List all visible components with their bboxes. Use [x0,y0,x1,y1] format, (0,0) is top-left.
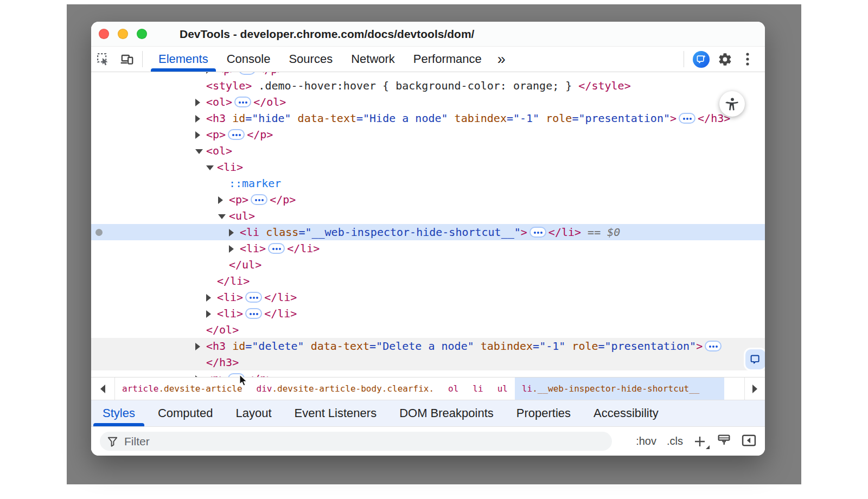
tab-styles[interactable]: Styles [91,400,146,426]
expand-arrow-icon[interactable] [206,310,211,318]
breadcrumb-item-article[interactable]: article.devsite-article [115,378,250,400]
ai-chat-fab-icon[interactable] [745,349,765,369]
breadcrumb-item-li[interactable]: li [465,378,490,400]
toggle-sidebar-icon[interactable] [742,434,756,449]
expand-arrow-icon[interactable] [206,294,211,302]
expand-arrow-icon[interactable] [195,115,200,123]
inline-expand-ellipsis-button[interactable] [245,292,262,303]
dom-tree-row[interactable]: <ol></ol> [91,94,765,110]
inline-expand-ellipsis-button[interactable] [679,113,695,124]
inline-expand-ellipsis-button[interactable] [268,243,285,254]
more-tabs-button[interactable]: » [491,51,511,68]
chevron-left-icon [100,385,105,393]
device-toolbar-icon[interactable] [115,48,139,70]
dom-tree-row[interactable]: <h3 id="hide" data-text="Hide a node" ta… [91,110,765,126]
dom-code-segment: </p> [258,72,284,76]
dom-tree-row[interactable]: <p></p> [91,126,765,143]
dom-code-segment: <p> [206,372,226,377]
dom-tree-row[interactable]: <li> [91,159,765,175]
element-classes-button[interactable]: .cls [667,435,683,447]
inline-expand-ellipsis-button[interactable] [705,341,722,351]
accessibility-overlay-button[interactable] [719,91,745,117]
dom-tree-row[interactable]: </li> [91,273,765,289]
inline-expand-ellipsis-button[interactable] [529,227,546,238]
dom-tree-row[interactable]: <p></p> [91,72,765,78]
minimize-window-button[interactable] [118,29,128,39]
dom-code-segment: </li> [548,226,581,239]
breadcrumb-item-ul[interactable]: ul [490,378,515,400]
inline-expand-ellipsis-button[interactable] [245,308,262,319]
tab-performance[interactable]: Performance [404,47,491,72]
tab-layout[interactable]: Layout [224,400,283,426]
styles-filter-field[interactable] [100,432,612,451]
dom-tree-row[interactable]: <h3 id="delete" data-text="Delete a node… [91,338,765,354]
dom-tree-row[interactable]: ::marker [91,175,765,191]
tab-console[interactable]: Console [218,47,280,72]
expand-arrow-icon[interactable] [206,72,211,74]
tab-dom-breakpoints[interactable]: DOM Breakpoints [388,400,505,426]
tab-computed[interactable]: Computed [146,400,225,426]
inspect-icon[interactable] [91,48,115,70]
settings-gear-icon[interactable] [715,48,735,70]
breadcrumb-item-ol[interactable]: ol [441,378,465,400]
dom-code-segment: data-text [298,112,356,125]
title-bar: DevTools - developer.chrome.com/docs/dev… [91,22,765,47]
dom-tree-row[interactable]: <li class="__web-inspector-hide-shortcut… [91,224,765,240]
dom-tree-row[interactable]: <ul> [91,208,765,224]
toggle-element-state-button[interactable]: :hov [636,435,656,447]
collapse-arrow-icon[interactable] [218,214,226,219]
dom-tree-row[interactable]: <ol> [91,143,765,159]
inline-expand-ellipsis-button[interactable] [228,129,245,140]
expand-arrow-icon[interactable] [218,196,223,204]
dom-tree-row[interactable]: <li></li> [91,240,765,257]
rendering-brush-icon[interactable] [717,433,731,450]
dom-code-segment: </p> [247,372,273,377]
filter-input[interactable] [124,435,605,448]
tab-elements[interactable]: Elements [149,47,218,72]
expand-arrow-icon[interactable] [195,375,200,377]
expand-arrow-icon[interactable] [229,229,234,236]
tab-event-listeners[interactable]: Event Listeners [283,400,388,426]
dom-code-segment: </p> [270,193,296,206]
expand-arrow-icon[interactable] [195,131,200,139]
elements-dom-tree: <p></p><style> .demo--hover:hover { back… [91,72,765,377]
dom-code-segment: </ol> [206,323,239,336]
dom-tree-row[interactable]: <li></li> [91,289,765,305]
dom-tree-row[interactable]: </h3> [91,354,765,370]
tab-sources[interactable]: Sources [279,47,342,72]
breadcrumb-item-div[interactable]: div.devsite-article-body.clearfix. [250,378,442,400]
collapse-arrow-icon[interactable] [195,149,203,154]
selected-tab-underline [151,68,216,72]
inline-expand-ellipsis-button[interactable] [251,194,267,205]
dom-code-segment: > [521,226,527,239]
dom-code-segment: ="presentation" [572,112,670,125]
collapse-arrow-icon[interactable] [206,165,214,170]
inline-expand-ellipsis-button[interactable] [239,72,256,75]
dom-tree-row[interactable]: <style> .demo--hover:hover { background-… [91,78,765,94]
expand-arrow-icon[interactable] [195,99,200,106]
breadcrumb-scroll-right-button[interactable] [744,378,765,400]
dom-code-segment [259,226,266,239]
breadcrumb-item-li-selected[interactable]: li.__web-inspector-hide-shortcut__ [515,378,725,400]
breadcrumb-tag: article [122,383,158,394]
close-window-button[interactable] [99,29,109,39]
dom-code-segment: <p> [229,193,248,206]
tab-network[interactable]: Network [342,47,404,72]
tab-properties[interactable]: Properties [505,400,582,426]
tab-accessibility[interactable]: Accessibility [582,400,670,426]
dom-tree-row[interactable]: </ul> [91,257,765,273]
expand-arrow-icon[interactable] [229,245,234,253]
dom-tree-row[interactable]: <li></li> [91,305,765,322]
inline-expand-ellipsis-button[interactable] [234,97,251,107]
expand-arrow-icon[interactable] [195,343,200,350]
toolbar-right-group [680,48,765,70]
dom-tree-row[interactable]: </ol> [91,322,765,338]
kebab-menu-icon[interactable] [740,48,755,70]
breadcrumb-items: article.devsite-articlediv.devsite-artic… [115,378,724,400]
dom-tree-row[interactable]: <p></p> [91,370,765,377]
maximize-window-button[interactable] [137,29,147,39]
new-style-rule-plus-icon[interactable] [693,435,706,448]
ai-assistant-icon[interactable] [693,51,710,68]
breadcrumb-scroll-left-button[interactable] [91,378,115,400]
dom-tree-row[interactable]: <p></p> [91,191,765,208]
